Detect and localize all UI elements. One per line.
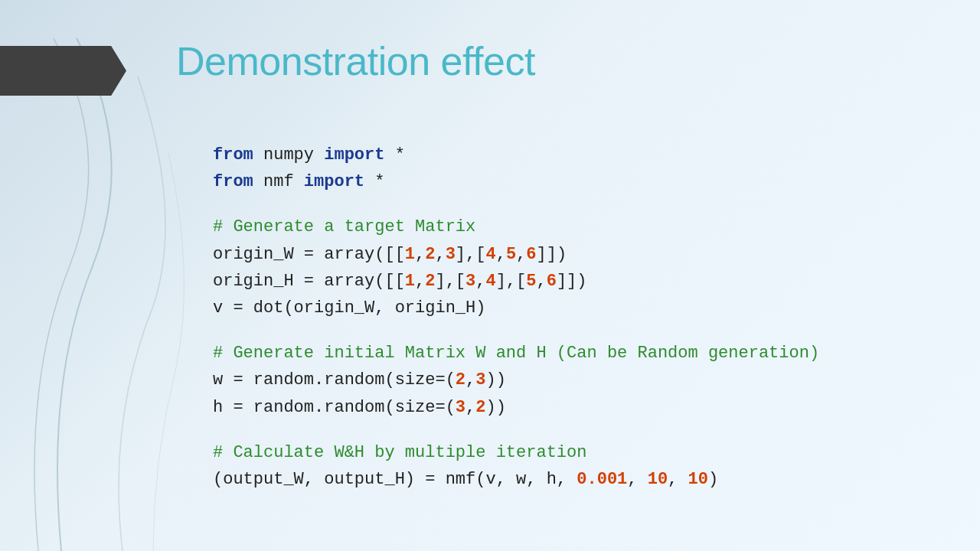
code-line-6: v = dot(origin_W, origin_H) <box>213 295 819 321</box>
code-block: from numpy import * from nmf import * # … <box>213 142 819 493</box>
num-iter1: 10 <box>648 470 668 489</box>
code-star-1: * <box>384 145 404 165</box>
v-dot: v = dot(origin_W, origin_H) <box>213 298 485 318</box>
code-nmf: nmf <box>253 172 304 191</box>
num-h2: 2 <box>425 272 435 291</box>
comment-text-1: # Generate a target Matrix <box>213 217 475 236</box>
num-h3: 3 <box>466 272 475 291</box>
num-h6: 6 <box>547 272 557 291</box>
code-line-8: w = random.random(size=(2,3)) <box>213 367 819 393</box>
num-lr: 0.001 <box>577 470 627 489</box>
keyword-import-1: import <box>324 145 384 165</box>
num-h5: 5 <box>526 272 536 291</box>
num-w2: 3 <box>475 370 485 390</box>
keyword-from-2: from <box>213 172 253 191</box>
num-hr2: 2 <box>475 398 485 417</box>
arrow-decoration <box>0 46 126 96</box>
num-6: 6 <box>526 245 536 264</box>
code-line-2: from nmf import * <box>213 168 819 195</box>
h-random-start: h = random.random(size=( <box>213 398 456 417</box>
num-hr1: 3 <box>456 398 466 417</box>
num-2: 2 <box>425 245 435 264</box>
h-random-end: )) <box>485 398 505 417</box>
code-line-9: h = random.random(size=(3,2)) <box>213 394 819 421</box>
code-line-1: from numpy import * <box>213 142 819 168</box>
comment-text-2: # Generate initial Matrix W and H (Can b… <box>213 344 819 363</box>
origin-w-end: ]]) <box>536 245 567 264</box>
slide-title: Demonstration effect <box>176 38 535 84</box>
output-end: ) <box>708 470 718 489</box>
keyword-from-1: from <box>213 145 253 165</box>
num-5: 5 <box>506 245 516 264</box>
code-comment-3: # Calculate W&H by multiple iteration <box>213 439 819 466</box>
code-line-11: (output_W, output_H) = nmf(v, w, h, 0.00… <box>213 466 819 493</box>
slide: Demonstration effect from numpy import *… <box>0 0 980 551</box>
num-w1: 2 <box>456 370 466 390</box>
origin-h-end: ]]) <box>557 272 587 291</box>
num-3: 3 <box>446 245 456 264</box>
output-start: (output_W, output_H) = nmf(v, w, h, <box>213 470 577 489</box>
code-line-4: origin_W = array([[1,2,3],[4,5,6]]) <box>213 241 819 268</box>
spacer-1 <box>213 195 819 214</box>
w-random-end: )) <box>485 370 505 390</box>
origin-h-start: origin_H = array([[ <box>213 272 405 291</box>
num-1: 1 <box>405 245 415 264</box>
spacer-3 <box>213 421 819 439</box>
num-iter2: 10 <box>688 470 708 489</box>
code-comment-2: # Generate initial Matrix W and H (Can b… <box>213 340 819 367</box>
code-star-2: * <box>364 172 384 191</box>
origin-w-start: origin_W = array([[ <box>213 245 405 264</box>
num-h4: 4 <box>485 272 495 291</box>
keyword-import-2: import <box>304 172 364 191</box>
num-4: 4 <box>485 245 495 264</box>
code-numpy: numpy <box>253 145 324 165</box>
code-comment-1: # Generate a target Matrix <box>213 214 819 240</box>
spacer-2 <box>213 321 819 340</box>
w-random-start: w = random.random(size=( <box>213 370 456 390</box>
num-h1: 1 <box>405 272 415 291</box>
comment-text-3: # Calculate W&H by multiple iteration <box>213 443 586 462</box>
code-line-5: origin_H = array([[1,2],[3,4],[5,6]]) <box>213 268 819 295</box>
